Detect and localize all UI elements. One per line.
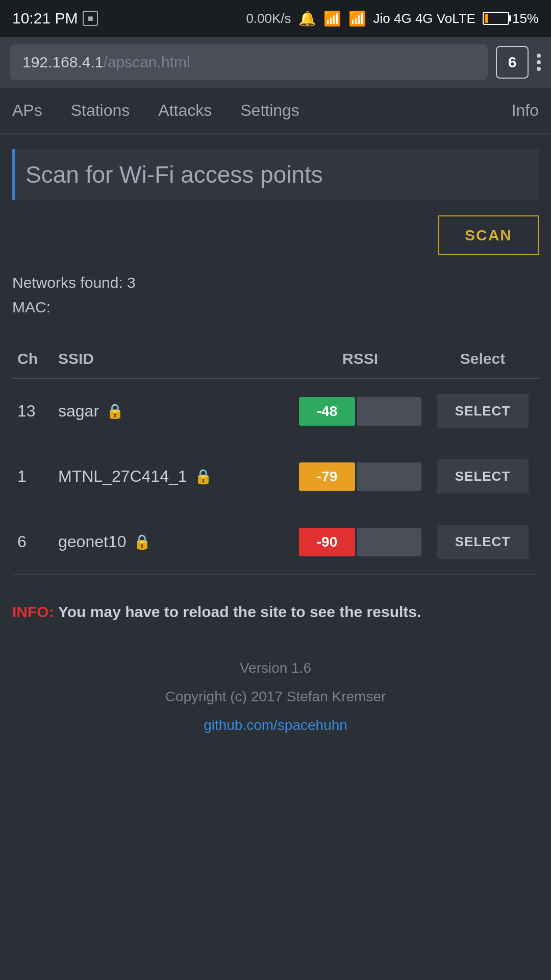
notification-icon: 🔔 <box>298 10 316 27</box>
nav-aps[interactable]: APs <box>12 88 57 134</box>
rssi-remainder-0 <box>357 397 421 426</box>
cell-rssi-0: -48 <box>294 378 427 444</box>
battery-fill <box>485 14 488 23</box>
url-path: /apscan.html <box>103 54 190 70</box>
mac-label: MAC: <box>12 295 539 320</box>
scan-row: SCAN <box>12 215 539 255</box>
cell-ssid-0: sagar🔒 <box>53 378 294 444</box>
select-button-0[interactable]: SELECT <box>437 394 529 428</box>
cell-select-1: SELECT <box>427 444 539 509</box>
scan-button[interactable]: SCAN <box>438 215 539 255</box>
speed-indicator: 0.00K/s <box>246 11 291 27</box>
rssi-badge-0: -48 <box>299 397 355 426</box>
col-header-select: Select <box>427 340 539 378</box>
cell-rssi-2: -90 <box>294 509 427 575</box>
table-header-row: Ch SSID RSSI Select <box>12 340 539 378</box>
page-title: Scan for Wi-Fi access points <box>26 161 323 188</box>
footer-copyright: Copyright (c) 2017 Stefan Kremser <box>12 682 539 711</box>
lock-icon: 🔒 <box>106 403 124 420</box>
carrier-label: Jio 4G 4G VoLTE <box>373 11 475 27</box>
status-time: 10:21 PM ■ <box>12 10 98 27</box>
select-button-2[interactable]: SELECT <box>437 525 529 559</box>
cell-ch-0: 13 <box>12 378 53 444</box>
ap-table: Ch SSID RSSI Select 13sagar🔒-48SELECT1MT… <box>12 340 539 575</box>
nav-attacks[interactable]: Attacks <box>144 88 226 134</box>
ssid-cell-1: MTNL_27C414_1🔒 <box>58 467 289 486</box>
rssi-badge-1: -79 <box>299 462 355 491</box>
wifi-icon: 📶 <box>323 10 341 27</box>
info-label: INFO: <box>12 603 54 620</box>
cell-ssid-1: MTNL_27C414_1🔒 <box>53 444 294 509</box>
footer: Version 1.6 Copyright (c) 2017 Stefan Kr… <box>12 654 539 770</box>
url-bar[interactable]: 192.168.4.1/apscan.html <box>10 44 488 80</box>
cell-ch-1: 1 <box>12 444 53 509</box>
rssi-remainder-2 <box>357 528 421 556</box>
nav-stations[interactable]: Stations <box>57 88 144 134</box>
cell-ch-2: 6 <box>12 509 53 575</box>
nav-bar: APs Stations Attacks Settings Info <box>0 88 551 134</box>
table-row: 1MTNL_27C414_1🔒-79SELECT <box>12 444 539 509</box>
nav-settings[interactable]: Settings <box>226 88 314 134</box>
footer-version: Version 1.6 <box>12 654 539 682</box>
ssid-cell-2: geonet10🔒 <box>58 532 289 551</box>
battery-indicator: 15% <box>483 11 539 27</box>
col-header-ssid: SSID <box>53 340 294 378</box>
footer-link[interactable]: github.com/spacehuhn <box>12 711 539 740</box>
network-info: Networks found: 3 MAC: <box>12 271 539 320</box>
main-content: Scan for Wi-Fi access points SCAN Networ… <box>0 149 551 770</box>
status-bar: 10:21 PM ■ 0.00K/s 🔔 📶 📶 Jio 4G 4G VoLTE… <box>0 0 551 37</box>
info-message: INFO: You may have to reload the site to… <box>12 600 539 623</box>
rssi-remainder-1 <box>357 462 421 491</box>
select-button-1[interactable]: SELECT <box>437 459 529 494</box>
browser-menu-button[interactable] <box>537 54 541 71</box>
rssi-badge-2: -90 <box>299 528 355 556</box>
lock-icon: 🔒 <box>194 468 212 485</box>
signal-icon: 📶 <box>348 10 366 27</box>
tab-count[interactable]: 6 <box>496 46 529 79</box>
battery-percent: 15% <box>512 11 539 27</box>
url-base: 192.168.4.1 <box>22 54 103 70</box>
nav-info[interactable]: Info <box>512 101 539 120</box>
status-icons: 0.00K/s 🔔 📶 📶 Jio 4G 4G VoLTE 15% <box>246 10 539 27</box>
status-right: 0.00K/s 🔔 📶 📶 Jio 4G 4G VoLTE 15% <box>246 10 539 27</box>
page-heading: Scan for Wi-Fi access points <box>12 149 539 200</box>
table-row: 6geonet10🔒-90SELECT <box>12 509 539 575</box>
ssid-cell-0: sagar🔒 <box>58 402 289 421</box>
table-row: 13sagar🔒-48SELECT <box>12 378 539 444</box>
cell-select-2: SELECT <box>427 509 539 575</box>
app-icon: ■ <box>83 11 98 26</box>
cell-rssi-1: -79 <box>294 444 427 509</box>
cell-select-0: SELECT <box>427 378 539 444</box>
battery-body <box>483 12 509 25</box>
browser-bar: 192.168.4.1/apscan.html 6 <box>0 37 551 88</box>
info-text: You may have to reload the site to see t… <box>58 603 421 620</box>
footer-github-link[interactable]: github.com/spacehuhn <box>204 717 347 733</box>
networks-found: Networks found: 3 <box>12 271 539 295</box>
col-header-rssi: RSSI <box>294 340 427 378</box>
col-header-ch: Ch <box>12 340 53 378</box>
cell-ssid-2: geonet10🔒 <box>53 509 294 575</box>
lock-icon: 🔒 <box>133 533 151 550</box>
